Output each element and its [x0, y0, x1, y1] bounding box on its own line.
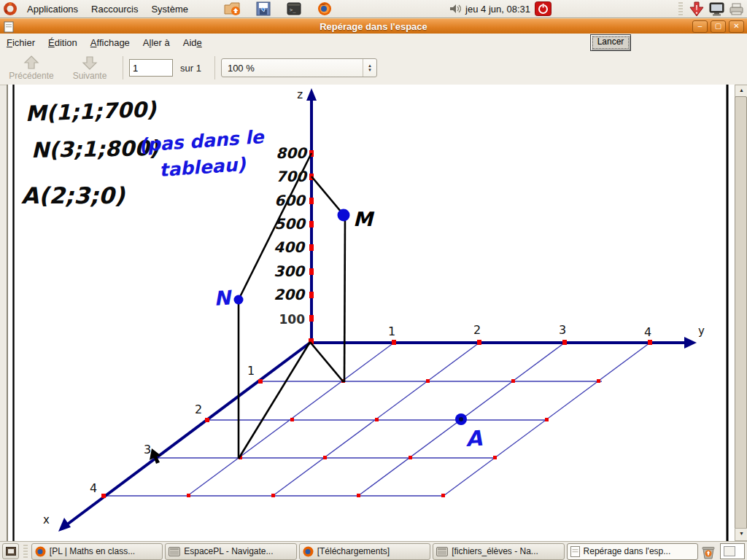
label-A: A: [465, 426, 484, 451]
svg-text:x: x: [43, 513, 50, 526]
svg-text:500: 500: [274, 215, 306, 233]
page-number-input[interactable]: [129, 59, 173, 77]
svg-text:800: 800: [276, 144, 308, 162]
toolbar-separator: [123, 56, 123, 79]
panel-menu-systeme[interactable]: Système: [144, 1, 195, 17]
svg-text:400: 400: [274, 238, 306, 256]
toolbar-separator-2: [214, 56, 215, 79]
menu-affichage[interactable]: Affichage: [84, 34, 136, 51]
note-blue-2: tableau): [158, 154, 247, 181]
svg-text:>_: >_: [290, 7, 296, 13]
zoom-combobox[interactable]: 100 % ▲▼: [221, 58, 377, 77]
scroll-down-icon[interactable]: ▼: [735, 528, 747, 541]
firefox-icon: [35, 546, 46, 557]
svg-text:700: 700: [276, 168, 308, 185]
page-total-label: sur 1: [180, 63, 201, 74]
y-axis-arrow: [684, 337, 697, 349]
screenshot-icon[interactable]: [256, 1, 271, 16]
workspace-switcher[interactable]: [720, 543, 745, 559]
z-hand-labels: 800 700 600 500 400 300 200: [274, 144, 308, 303]
arrow-up-icon: [23, 55, 40, 71]
top-panel: Applications Raccourcis Système >_ jeu 4…: [0, 0, 747, 18]
window-titlebar[interactable]: Repérage dans l'espace – ▢ ✕: [0, 18, 747, 34]
svg-text:z: z: [297, 88, 303, 101]
svg-text:2: 2: [473, 323, 481, 337]
menubar: Fichier Édition Affichage Aller à Aide: [0, 34, 747, 52]
svg-text:300: 300: [274, 262, 306, 280]
note-blue-1: (pas dans le: [138, 126, 266, 156]
task-label: EspacePL - Navigate...: [184, 546, 273, 556]
point-M: [338, 209, 350, 222]
svg-text:4: 4: [644, 325, 651, 339]
previous-page-button[interactable]: Précédente: [0, 52, 63, 83]
firefox-icon[interactable]: [317, 1, 332, 16]
red-ticks: [101, 150, 652, 498]
printer-icon[interactable]: [729, 3, 744, 15]
display-icon[interactable]: [709, 2, 724, 16]
panel-menu-raccourcis[interactable]: Raccourcis: [85, 1, 144, 17]
app-window-icon: [436, 547, 448, 556]
menu-aide[interactable]: Aide: [177, 34, 209, 51]
show-desktop-button[interactable]: [2, 543, 19, 559]
svg-text:1: 1: [388, 324, 395, 338]
workspace-window-thumbnail: [724, 546, 735, 556]
next-page-button[interactable]: Suivante: [63, 52, 117, 83]
task-fichiers-eleves[interactable]: [fichiers_élèves - Na...: [433, 543, 564, 560]
x-tick-labels: 1 2 3 4: [90, 364, 255, 495]
label-M: M: [353, 208, 375, 230]
vertical-scrollbar[interactable]: ▲ ▼: [735, 85, 747, 541]
arrow-down-icon: [81, 55, 98, 71]
shutdown-icon[interactable]: [535, 1, 551, 16]
volume-icon[interactable]: [449, 4, 461, 14]
svg-text:600: 600: [274, 192, 306, 209]
task-reperage-active[interactable]: Repérage dans l'esp...: [567, 543, 698, 560]
handwritten-notes: M(1;1;700) N(3;1;800) (pas dans le table…: [21, 97, 266, 209]
menu-edition[interactable]: Édition: [42, 34, 84, 51]
zoom-spinner-icon[interactable]: ▲▼: [363, 59, 376, 77]
menu-aller-a[interactable]: Aller à: [136, 34, 177, 51]
app-window-icon: [169, 547, 180, 556]
point-N: [234, 295, 244, 305]
svg-text:3: 3: [559, 323, 566, 337]
svg-text:1: 1: [247, 364, 255, 378]
point-A-center: [459, 417, 463, 421]
maximize-button[interactable]: ▢: [711, 20, 726, 33]
figure-3d-coordinate-system: z y x 1 2 3 4 1 2 3 4 100 800 700 600 50…: [8, 85, 734, 541]
svg-text:y: y: [698, 324, 705, 338]
svg-text:2: 2: [195, 402, 202, 416]
task-label: [fichiers_élèves - Na...: [452, 546, 538, 556]
svg-text:200: 200: [274, 286, 306, 303]
z-printed-100: 100: [279, 312, 306, 327]
window-title: Repérage dans l'espace: [0, 21, 747, 32]
task-espacepl[interactable]: EspacePL - Navigate...: [165, 543, 296, 560]
task-telechargements[interactable]: [Téléchargements]: [299, 543, 430, 560]
zoom-value: 100 %: [222, 63, 363, 74]
terminal-icon[interactable]: >_: [287, 2, 301, 15]
firefox-icon: [303, 546, 314, 557]
ubuntu-logo-icon[interactable]: [3, 1, 18, 16]
note-A-coords: A(2;3;0): [21, 182, 125, 209]
minimize-button[interactable]: –: [692, 20, 708, 33]
update-available-icon[interactable]: [689, 1, 705, 17]
clock[interactable]: jeu 4 jun, 08:31: [465, 4, 530, 15]
previous-page-label: Précédente: [9, 71, 53, 81]
tray-handle[interactable]: [678, 2, 683, 15]
menu-fichier[interactable]: Fichier: [0, 34, 42, 51]
svg-text:3: 3: [144, 443, 151, 456]
label-N: N: [213, 286, 233, 310]
document-viewport: z y x 1 2 3 4 1 2 3 4 100 800 700 600 50…: [7, 85, 747, 541]
lancer-button[interactable]: Lancer: [590, 34, 631, 51]
note-M-coords: M(1;1;700): [25, 97, 157, 126]
close-button[interactable]: ✕: [729, 20, 744, 33]
document-icon: [570, 546, 580, 557]
tasklist-handle[interactable]: [23, 545, 28, 558]
y-tick-labels: 1 2 3 4: [388, 323, 651, 339]
task-pl-maths[interactable]: [PL | Maths en class...: [31, 543, 163, 560]
file-manager-icon[interactable]: [224, 1, 240, 16]
panel-menu-applications[interactable]: Applications: [20, 1, 85, 17]
trash-icon[interactable]: [700, 544, 716, 559]
x-axis-arrow: [58, 518, 71, 532]
next-page-label: Suivante: [73, 71, 107, 81]
taskbar: [PL | Maths en class... EspacePL - Navig…: [0, 541, 747, 560]
scrollbar-thumb[interactable]: [735, 96, 747, 529]
